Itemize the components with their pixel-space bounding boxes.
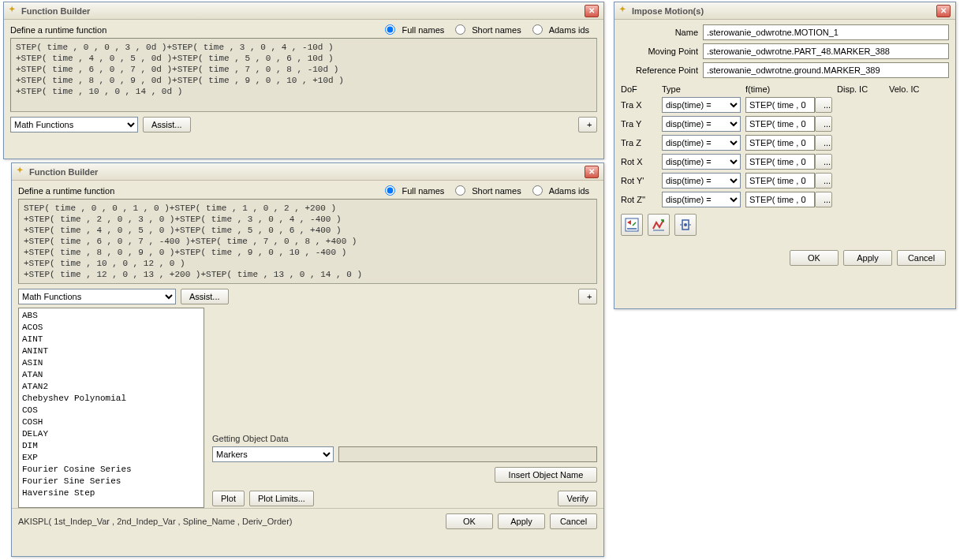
dof-label: Tra Y (621, 119, 657, 129)
dof-label: Rot Y' (621, 176, 657, 185)
getting-object-data-label: Getting Object Data (212, 434, 597, 443)
list-item[interactable]: Fourier Cosine Series (22, 464, 200, 476)
close-icon[interactable]: ✕ (585, 166, 599, 178)
ok-button[interactable]: OK (790, 250, 839, 266)
ftime-field[interactable] (745, 154, 815, 170)
apply-button[interactable]: Apply (498, 513, 545, 529)
dof-label: Tra Z (621, 138, 657, 147)
tool-icon-3[interactable] (674, 214, 697, 236)
define-label: Define a runtime function (18, 186, 114, 196)
ellipsis-button[interactable]: ... (815, 173, 832, 189)
category-select[interactable]: Math Functions (18, 289, 176, 304)
window-title: Function Builder (29, 167, 98, 177)
list-item[interactable]: Fourier Sine Series (22, 476, 200, 487)
dof-row: Rot Xdisp(time) =... (621, 154, 949, 170)
tool-icon-2[interactable] (648, 214, 670, 236)
plot-limits-button[interactable]: Plot Limits... (249, 491, 314, 506)
ellipsis-button[interactable]: ... (815, 97, 832, 113)
radio-short-names[interactable] (455, 24, 465, 35)
titlebar[interactable]: Impose Motion(s) ✕ (614, 2, 955, 20)
list-item[interactable]: Haversine Step (22, 487, 200, 499)
window-icon (17, 167, 26, 177)
list-item[interactable]: COS (22, 405, 200, 416)
dof-row: Tra Ydisp(time) =... (621, 116, 949, 132)
ellipsis-button[interactable]: ... (815, 135, 832, 151)
list-item[interactable]: DIM (22, 440, 200, 452)
list-item[interactable]: Chebyshev Polynomial (22, 393, 200, 405)
window-title: Function Builder (21, 6, 90, 16)
object-type-select[interactable]: Markers (212, 446, 334, 462)
reference-point-label: Reference Point (621, 65, 703, 75)
radio-full-names[interactable] (385, 185, 395, 196)
function-textarea[interactable] (10, 38, 597, 112)
cancel-button[interactable]: Cancel (550, 513, 597, 529)
titlebar[interactable]: Function Builder ✕ (12, 163, 603, 181)
verify-button[interactable]: Verify (558, 491, 597, 506)
plus-button[interactable]: + (578, 117, 597, 133)
name-mode-radios: Full names Short names Adams ids (385, 185, 597, 196)
svg-point-2 (684, 223, 687, 226)
close-icon[interactable]: ✕ (585, 5, 599, 17)
cancel-button[interactable]: Cancel (897, 250, 946, 266)
list-item[interactable]: COSH (22, 416, 200, 428)
dof-row: Rot Y'disp(time) =... (621, 173, 949, 189)
moving-point-field[interactable] (703, 43, 949, 59)
name-label: Name (621, 28, 703, 37)
type-select[interactable]: disp(time) = (662, 116, 741, 132)
ok-button[interactable]: OK (446, 513, 493, 529)
list-item[interactable]: ASIN (22, 357, 200, 369)
list-item[interactable]: DELAY (22, 428, 200, 440)
list-item[interactable]: ATAN (22, 369, 200, 381)
ellipsis-button[interactable]: ... (815, 192, 832, 207)
type-select[interactable]: disp(time) = (662, 154, 741, 170)
assist-button[interactable]: Assist... (143, 117, 191, 133)
ftime-field[interactable] (745, 97, 815, 113)
functions-listbox[interactable]: ABSACOSAINTANINTASINATANATAN2Chebyshev P… (18, 308, 204, 508)
reference-point-field[interactable] (703, 62, 949, 78)
function-textarea[interactable] (18, 199, 597, 284)
close-icon[interactable]: ✕ (936, 5, 951, 17)
ftime-field[interactable] (745, 135, 815, 151)
list-item[interactable]: EXP (22, 452, 200, 464)
list-item[interactable]: ACOS (22, 322, 200, 334)
function-builder-window-1: Function Builder ✕ Define a runtime func… (3, 2, 604, 159)
dof-row: Tra Xdisp(time) =... (621, 97, 949, 113)
list-item[interactable]: ABS (22, 310, 200, 322)
ellipsis-button[interactable]: ... (815, 154, 832, 170)
list-item[interactable]: ATAN2 (22, 381, 200, 393)
name-mode-radios: Full names Short names Adams ids (385, 24, 597, 35)
insert-object-name-button[interactable]: Insert Object Name (495, 467, 597, 483)
ftime-field[interactable] (745, 192, 815, 207)
plot-button[interactable]: Plot (212, 491, 245, 506)
type-select[interactable]: disp(time) = (662, 97, 741, 113)
radio-adams-ids[interactable] (532, 185, 543, 196)
radio-short-names[interactable] (455, 185, 465, 196)
object-name-field[interactable] (338, 446, 597, 462)
radio-adams-ids[interactable] (532, 24, 543, 35)
moving-point-label: Moving Point (621, 47, 703, 56)
assist-button[interactable]: Assist... (181, 289, 229, 304)
tool-icon-1[interactable] (621, 214, 643, 236)
define-label: Define a runtime function (10, 25, 106, 35)
list-item[interactable]: AINT (22, 334, 200, 345)
ellipsis-button[interactable]: ... (815, 116, 832, 132)
type-select[interactable]: disp(time) = (662, 135, 741, 151)
list-item[interactable]: ANINT (22, 345, 200, 357)
window-title: Impose Motion(s) (632, 6, 704, 16)
radio-full-names[interactable] (385, 24, 395, 35)
apply-button[interactable]: Apply (843, 250, 892, 266)
window-icon (9, 6, 18, 16)
ftime-field[interactable] (745, 173, 815, 189)
dof-row: Tra Zdisp(time) =... (621, 135, 949, 151)
titlebar[interactable]: Function Builder ✕ (4, 2, 603, 20)
type-select[interactable]: disp(time) = (662, 173, 741, 189)
name-field[interactable] (703, 24, 949, 40)
function-builder-window-2: Function Builder ✕ Define a runtime func… (11, 162, 604, 557)
ftime-field[interactable] (745, 116, 815, 132)
type-select[interactable]: disp(time) = (662, 192, 741, 207)
status-text: AKISPL( 1st_Indep_Var , 2nd_Indep_Var , … (18, 517, 441, 526)
plus-button[interactable]: + (578, 289, 597, 304)
dof-label: Tra X (621, 100, 657, 110)
category-select[interactable]: Math Functions (10, 117, 138, 133)
dof-label: Rot Z'' (621, 195, 657, 204)
